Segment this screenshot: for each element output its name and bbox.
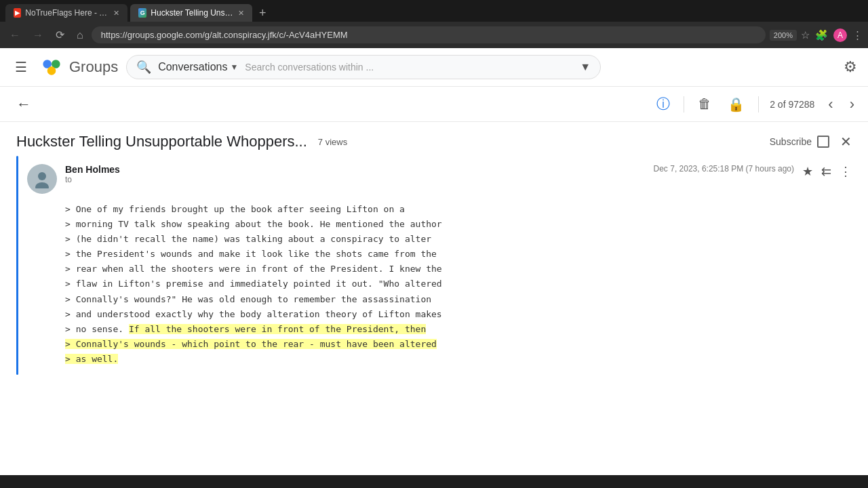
- tab1-close[interactable]: ✕: [113, 9, 119, 18]
- message-body: > One of my friends brought up the book …: [65, 202, 852, 367]
- body-line-11: > as well.: [65, 352, 852, 367]
- delete-icon[interactable]: 🗑: [695, 94, 714, 115]
- subscribe-label: Subscribe: [770, 136, 812, 147]
- svg-point-7: [35, 182, 49, 188]
- browser-nav-icons: ☆ 🧩 A ⋮: [801, 28, 863, 42]
- highlight-2: > Connally's wounds - which point to the…: [65, 339, 437, 349]
- sender-name: Ben Holmes: [65, 164, 646, 175]
- views-count: 7 views: [318, 137, 347, 147]
- pagination-text: 2 of 97288: [770, 99, 814, 110]
- page-content: ☰ Groups 🔍 Conversations ▼ Search conver…: [0, 48, 868, 475]
- close-thread-button[interactable]: ✕: [840, 134, 852, 150]
- conversations-label: Conversations: [158, 61, 227, 73]
- tab2-close[interactable]: ✕: [238, 9, 244, 18]
- thread-container: Huckster Telling Unsupportable Whoppers.…: [0, 122, 868, 386]
- body-line-1: > One of my friends brought up the book …: [65, 202, 852, 217]
- new-tab-button[interactable]: +: [255, 6, 271, 20]
- body-line-8: > and understood exactly why the body al…: [65, 307, 852, 322]
- message-meta: Ben Holmes to: [65, 164, 646, 184]
- search-filter-icon[interactable]: ▼: [580, 61, 591, 73]
- groups-logo-svg: [39, 55, 64, 79]
- sender-avatar: [27, 164, 57, 194]
- search-input[interactable]: Search conversations within ...: [245, 62, 573, 73]
- highlight-3: > as well.: [65, 354, 118, 364]
- tab-bar: ▶ NoTrueFlags Here - YouTu... ✕ G Huckst…: [0, 0, 868, 22]
- message-left-bar: [16, 156, 18, 375]
- toolbar-divider-1: [684, 96, 684, 113]
- message-date: Dec 7, 2023, 6:25:18 PM (7 hours ago): [654, 164, 794, 174]
- pagination: 2 of 97288: [770, 99, 814, 110]
- bookmark-icon[interactable]: ☆: [801, 29, 810, 41]
- more-options-icon[interactable]: ⋮: [840, 164, 852, 179]
- message-actions: ★ ⇇ ⋮: [802, 164, 852, 179]
- browser-menu-icon[interactable]: ⋮: [852, 29, 863, 41]
- tab2-favicon: G: [138, 8, 146, 18]
- star-icon[interactable]: ★: [802, 164, 813, 179]
- toolbar-actions: ⓘ 🗑 🔒 2 of 97288 ‹ ›: [654, 92, 857, 116]
- report-icon[interactable]: ⓘ: [654, 92, 673, 116]
- next-page-button[interactable]: ›: [847, 93, 857, 116]
- toolbar: ← ⓘ 🗑 🔒 2 of 97288 ‹ ›: [0, 87, 868, 122]
- to-label: to: [65, 175, 646, 184]
- tab-notrueflagshere[interactable]: ▶ NoTrueFlags Here - YouTu... ✕: [5, 4, 127, 22]
- groups-logo-text: Groups: [69, 58, 118, 76]
- thread-title-row: Huckster Telling Unsupportable Whoppers.…: [16, 133, 852, 150]
- body-line-6: > flaw in Lifton's premise and immediate…: [65, 277, 852, 291]
- svg-point-4: [54, 62, 58, 66]
- settings-icon[interactable]: ⚙: [844, 58, 857, 76]
- body-line-4: > the President's wounds and make it loo…: [65, 247, 852, 262]
- zoom-indicator: 200%: [770, 30, 797, 41]
- back-to-list-button[interactable]: ←: [11, 93, 37, 116]
- home-button[interactable]: ⌂: [73, 26, 87, 44]
- refresh-button[interactable]: ⟳: [52, 26, 68, 44]
- back-button[interactable]: ←: [5, 26, 24, 44]
- body-line-9: > no sense. If all the shooters were in …: [65, 322, 852, 337]
- address-bar[interactable]: [92, 26, 766, 43]
- avatar-icon: [33, 169, 52, 188]
- subscribe-area: Subscribe ✕: [770, 134, 852, 150]
- message-wrapper: Ben Holmes to Dec 7, 2023, 6:25:18 PM (7…: [16, 156, 852, 375]
- body-line-3: > (he didn't recall the name) was talkin…: [65, 232, 852, 247]
- reply-all-icon[interactable]: ⇇: [821, 164, 831, 179]
- toolbar-divider-2: [758, 96, 759, 113]
- body-line-5: > rear when all the shooters were in fro…: [65, 262, 852, 277]
- body-line-7: > Connally's wounds?" He was old enough …: [65, 292, 852, 307]
- extensions-icon[interactable]: 🧩: [815, 29, 828, 41]
- nav-bar: ← → ⟳ ⌂ 200% ☆ 🧩 A ⋮: [0, 22, 868, 48]
- dropdown-arrow-icon: ▼: [230, 62, 238, 72]
- svg-point-6: [38, 172, 46, 180]
- profile-icon[interactable]: A: [833, 28, 847, 42]
- body-line-2: > morning TV talk show speaking about th…: [65, 217, 852, 232]
- conversations-dropdown[interactable]: Conversations ▼: [158, 61, 238, 73]
- message: Ben Holmes to Dec 7, 2023, 6:25:18 PM (7…: [27, 156, 852, 375]
- forward-button[interactable]: →: [28, 26, 47, 44]
- message-header: Ben Holmes to Dec 7, 2023, 6:25:18 PM (7…: [27, 164, 852, 194]
- search-bar: 🔍 Conversations ▼ Search conversations w…: [126, 55, 601, 79]
- tab-huckster[interactable]: G Huckster Telling Unsupp... ✕: [130, 4, 252, 22]
- tab1-label: NoTrueFlags Here - YouTu...: [25, 8, 109, 18]
- prev-page-button[interactable]: ‹: [825, 93, 835, 116]
- tab2-label: Huckster Telling Unsupp...: [151, 8, 234, 18]
- lock-icon[interactable]: 🔒: [725, 94, 747, 115]
- thread-title: Huckster Telling Unsupportable Whoppers.…: [16, 133, 307, 150]
- groups-header: ☰ Groups 🔍 Conversations ▼ Search conver…: [0, 48, 868, 87]
- body-line-10: > Connally's wounds - which point to the…: [65, 337, 852, 352]
- groups-logo: Groups: [39, 55, 118, 79]
- tab1-favicon: ▶: [14, 8, 21, 18]
- svg-point-3: [45, 62, 50, 66]
- highlight-1: If all the shooters were in front of the…: [129, 324, 426, 334]
- svg-point-5: [49, 68, 54, 73]
- search-icon: 🔍: [136, 60, 151, 75]
- hamburger-menu-icon[interactable]: ☰: [11, 55, 31, 79]
- subscribe-checkbox[interactable]: [817, 136, 829, 148]
